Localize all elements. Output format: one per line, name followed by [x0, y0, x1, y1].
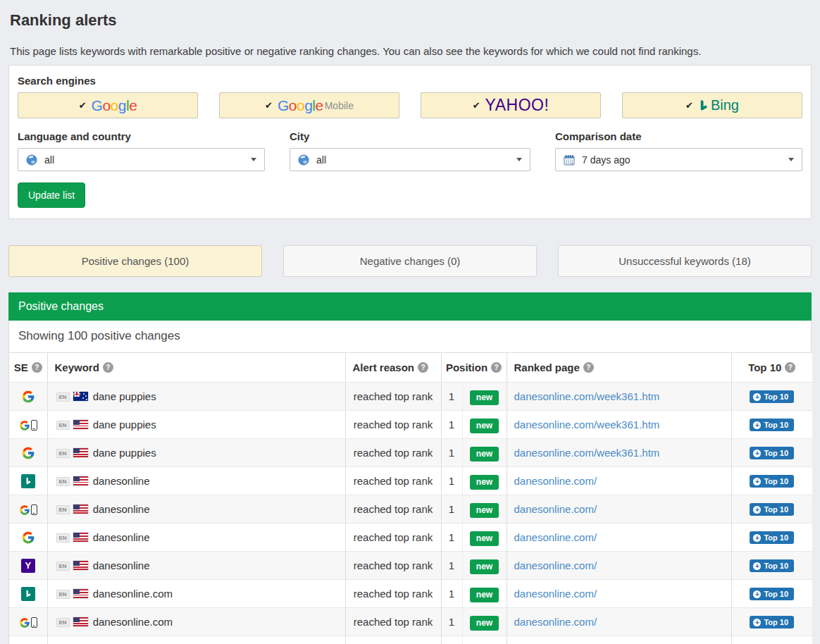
keyword-text: danesonline: [93, 503, 150, 515]
google-mobile-icon: [19, 504, 37, 516]
ranked-page-link[interactable]: danesonline.com/: [514, 475, 597, 487]
tab-unsuccessful-keywords[interactable]: Unsuccessful keywords (18): [558, 245, 812, 277]
ranked-page-link[interactable]: danesonline.com/: [514, 616, 597, 628]
badge-cell: new: [462, 467, 507, 495]
help-icon[interactable]: ?: [32, 362, 42, 373]
google-icon: [21, 531, 35, 545]
help-icon[interactable]: ?: [785, 362, 795, 373]
ranked-page-link[interactable]: danesonline.com/: [514, 559, 597, 571]
us-flag-icon: [73, 533, 88, 542]
new-badge: new: [470, 447, 499, 462]
alert-reason: reached top rank: [345, 495, 441, 524]
keyword-cell: ENdanesonline.com: [47, 608, 345, 636]
column-header-se: SE?: [9, 353, 47, 383]
comparison-date-label: Comparison date: [555, 130, 802, 142]
alert-reason: reached top rank: [345, 636, 441, 644]
phone-icon: [31, 504, 37, 515]
help-icon[interactable]: ?: [103, 362, 113, 373]
ranked-page-link[interactable]: danesonline.com/week361.htm: [514, 419, 660, 431]
engine-button-google[interactable]: ✔Google: [18, 92, 198, 118]
us-flag-icon: [73, 589, 88, 598]
top10-cell: +Top 10: [731, 467, 812, 495]
us-flag-icon: [73, 448, 88, 457]
help-icon[interactable]: ?: [583, 362, 594, 373]
se-cell: [9, 411, 47, 439]
checkmark-icon: ✔: [265, 101, 273, 110]
top10-button[interactable]: +Top 10: [750, 447, 794, 459]
alert-reason: reached top rank: [345, 608, 441, 636]
help-icon[interactable]: ?: [418, 362, 428, 373]
table-body: ENdane puppiesreached top rank1newdaneso…: [9, 383, 812, 644]
page-title: Ranking alerts: [10, 11, 812, 30]
tab-positive-changes[interactable]: Positive changes (100): [8, 245, 262, 277]
ranked-page-link[interactable]: danesonline.com/week361.htm: [514, 390, 660, 402]
position-value: 1: [441, 552, 462, 580]
section-body: Showing 100 positive changes SE?Keyword?…: [8, 321, 812, 644]
keyword-cell: ENdanesonline: [47, 495, 345, 524]
ranked-page-link[interactable]: danesonline.com/: [514, 503, 597, 515]
google-logo: Google: [92, 97, 137, 114]
top10-button[interactable]: +Top 10: [750, 390, 794, 403]
ranked-page-link[interactable]: danesonline.com/: [514, 588, 597, 600]
top10-button[interactable]: +Top 10: [750, 475, 794, 488]
table-row: ENdane puppiesreached top rank1newdaneso…: [9, 383, 812, 411]
comparison-date-select[interactable]: 7 days ago: [555, 148, 802, 171]
bing-icon: [21, 474, 35, 488]
top10-button[interactable]: +Top 10: [750, 588, 794, 600]
page: Ranking alerts This page lists keywords …: [0, 0, 820, 644]
se-cell: [9, 439, 47, 467]
badge-cell: new: [462, 439, 507, 467]
column-header-keyword: Keyword?: [47, 353, 345, 383]
update-list-button[interactable]: Update list: [18, 182, 85, 208]
results-summary: Showing 100 positive changes: [9, 321, 811, 352]
table-header-row: SE?Keyword?Alert reason?Position?Ranked …: [9, 353, 812, 383]
badge-cell: new: [462, 580, 507, 608]
se-cell: [9, 467, 47, 495]
alert-reason: reached top rank: [345, 524, 441, 552]
plus-circle-icon: +: [753, 619, 761, 626]
language-country-select[interactable]: all: [18, 148, 265, 171]
engine-button-google-mobile[interactable]: ✔GoogleMobile: [219, 92, 399, 118]
help-icon[interactable]: ?: [491, 362, 502, 373]
top10-label: Top 10: [764, 421, 788, 429]
tab-negative-changes[interactable]: Negative changes (0): [283, 245, 537, 277]
top10-label: Top 10: [764, 590, 788, 598]
bing-logo: Bing: [711, 97, 739, 113]
engine-button-bing[interactable]: ✔Bing: [622, 92, 802, 118]
se-cell: [9, 580, 47, 608]
ranked-page-link[interactable]: danesonline.com/: [514, 531, 597, 543]
column-label: Keyword: [55, 361, 99, 373]
city-select[interactable]: all: [290, 148, 530, 171]
keyword-text: danesonline: [93, 475, 150, 487]
top10-button[interactable]: +Top 10: [750, 503, 794, 516]
position-value: 1: [441, 383, 462, 411]
page-description: This page lists keywords with remarkable…: [10, 45, 812, 57]
top10-button[interactable]: +Top 10: [750, 616, 794, 628]
top10-button[interactable]: +Top 10: [750, 531, 794, 544]
filter-fields: Language and country all City all Compar…: [18, 128, 802, 171]
top10-cell: +Top 10: [731, 608, 812, 636]
position-value: 1: [441, 439, 462, 467]
plus-circle-icon: +: [753, 506, 761, 514]
us-flag-icon: [73, 617, 88, 626]
position-value: 1: [441, 580, 462, 608]
se-cell: [9, 636, 47, 644]
top10-button[interactable]: +Top 10: [750, 559, 794, 572]
alert-reason: reached top rank: [345, 411, 441, 439]
table-row: ENdanesonlinereached top rank1newdaneson…: [9, 467, 812, 495]
language-badge: EN: [56, 533, 70, 543]
globe-icon: [26, 154, 37, 166]
ranked-page-link[interactable]: danesonline.com/week361.htm: [514, 447, 660, 459]
us-flag-icon: [73, 476, 88, 485]
table-row: YENdanesonlinereached top rank1newdaneso…: [9, 552, 812, 580]
section-header: Positive changes: [8, 292, 812, 321]
engine-button-yahoo[interactable]: ✔YAHOO!: [421, 92, 601, 118]
new-badge: new: [470, 559, 499, 574]
ranked-page-cell: danesonline.com/: [507, 524, 731, 552]
globe-icon: [298, 154, 309, 166]
language-badge: EN: [56, 505, 70, 514]
top10-button[interactable]: +Top 10: [750, 419, 794, 431]
column-header-alert-reason: Alert reason?: [345, 353, 441, 383]
ranked-page-cell: danesonline.com/week361.htm: [507, 383, 731, 411]
plus-circle-icon: +: [753, 534, 761, 542]
